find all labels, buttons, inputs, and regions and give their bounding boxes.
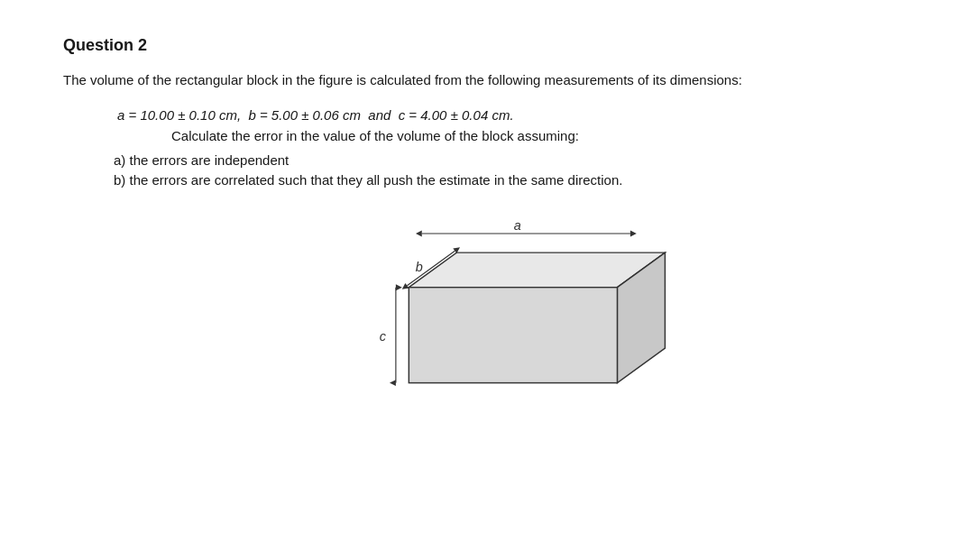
page: Question 2 The volume of the rectangular… (0, 0, 974, 480)
item-b-text: b) the errors are correlated such that t… (114, 172, 911, 188)
block-diagram: a b c (289, 209, 685, 444)
front-face (409, 288, 617, 383)
measurements-block: a = 10.00 ± 0.10 cm, b = 5.00 ± 0.06 cm … (117, 107, 911, 143)
calc-instruction: Calculate the error in the value of the … (171, 128, 911, 143)
label-c-text: c (380, 329, 387, 344)
question-title: Question 2 (63, 36, 911, 55)
intro-text: The volume of the rectangular block in t… (63, 69, 911, 91)
label-a-text: a (514, 218, 521, 233)
formula-line: a = 10.00 ± 0.10 cm, b = 5.00 ± 0.06 cm … (117, 107, 911, 123)
formula-text: a (117, 107, 124, 123)
label-b-text: b (416, 260, 423, 274)
figure-area: a b c (63, 209, 911, 444)
item-a-text: a) the errors are independent (114, 152, 911, 168)
